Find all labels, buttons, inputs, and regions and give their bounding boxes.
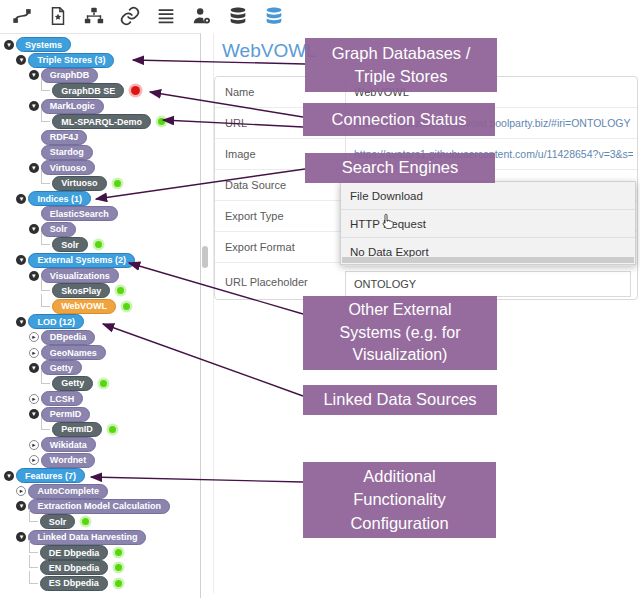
green-connection-status-icon bbox=[117, 287, 124, 294]
tree-item-extraction-model-calculation[interactable]: Extraction Model Calculation bbox=[28, 499, 170, 514]
green-connection-status-icon bbox=[114, 180, 121, 187]
tree-elbow-connector bbox=[29, 571, 38, 584]
collapse-icon[interactable]: ▾ bbox=[16, 501, 26, 511]
tree-item-elasticsearch[interactable]: ElasticSearch bbox=[41, 206, 118, 221]
database-active-icon[interactable] bbox=[262, 4, 285, 27]
tree-elbow-connector bbox=[41, 278, 50, 291]
expand-icon[interactable]: ▸ bbox=[29, 394, 39, 404]
tree-item-features-7[interactable]: Features (7) bbox=[16, 468, 85, 483]
tree-elbow-connector bbox=[41, 232, 50, 245]
tree-item-dbpedia[interactable]: DBpedia bbox=[41, 330, 96, 345]
tree-item-autocomplete[interactable]: AutoComplete bbox=[28, 484, 108, 499]
annotation-search-engines: Search Engines bbox=[305, 153, 495, 183]
tree-item-triple-stores-3[interactable]: Triple Stores (3) bbox=[28, 53, 114, 68]
tree-elbow-connector bbox=[41, 78, 50, 91]
tree-item-getty[interactable]: Getty bbox=[52, 376, 93, 391]
tree-item-geonames[interactable]: GeoNames bbox=[41, 345, 106, 360]
tree-item-visualizations[interactable]: Visualizations bbox=[41, 268, 119, 283]
tree-item-graphdb-se[interactable]: GraphDB SE bbox=[52, 83, 124, 98]
tree-item-de-dbpedia[interactable]: DE Dbpedia bbox=[40, 545, 109, 560]
tree-item-lcsh[interactable]: LCSH bbox=[41, 391, 84, 406]
red-connection-status-icon bbox=[131, 86, 140, 95]
field-input-url-placeholder[interactable] bbox=[345, 271, 631, 297]
tree-item-lod-12[interactable]: LOD (12) bbox=[28, 314, 84, 329]
tree-row-wikidata: ▸Wikidata bbox=[0, 437, 200, 452]
collapse-icon[interactable]: ▾ bbox=[16, 317, 26, 327]
collapse-icon[interactable]: ▾ bbox=[4, 471, 14, 481]
tree-row-geonames: ▸GeoNames bbox=[0, 345, 200, 360]
annotation-additional: Additional Functionality Configuration bbox=[303, 462, 496, 538]
collapse-icon[interactable]: ▾ bbox=[16, 532, 26, 542]
field-label-data-source: Data Source bbox=[225, 170, 286, 200]
list-icon[interactable] bbox=[154, 4, 177, 27]
collapse-icon[interactable]: ▾ bbox=[4, 40, 14, 50]
tree-item-marklogic[interactable]: MarkLogic bbox=[41, 99, 104, 114]
tree-row-solr: Solr bbox=[0, 514, 200, 529]
collapse-icon[interactable]: ▾ bbox=[29, 271, 39, 281]
expand-icon[interactable]: ▸ bbox=[16, 486, 26, 496]
tree-elbow-connector bbox=[29, 540, 38, 553]
tree-item-linked-data-harvesting[interactable]: Linked Data Harvesting bbox=[28, 530, 146, 545]
tree-item-rdf4j[interactable]: RDF4J bbox=[41, 130, 88, 145]
link-icon[interactable] bbox=[118, 4, 141, 27]
tree-item-es-dbpedia[interactable]: ES Dbpedia bbox=[40, 576, 108, 591]
tree-item-ml-sparql-demo[interactable]: ML-SPARQL-Demo bbox=[52, 114, 151, 129]
tree-item-solr[interactable]: Solr bbox=[52, 237, 88, 252]
annotation-graph-databases: Graph Databases / Triple Stores bbox=[305, 38, 497, 92]
tree-row-getty: ▾Getty bbox=[0, 360, 200, 375]
tree-row-lod-12: ▾LOD (12) bbox=[0, 314, 200, 329]
tree-row-webvowl: WebVOWL bbox=[0, 299, 200, 314]
green-connection-status-icon bbox=[109, 426, 116, 433]
collapse-icon[interactable]: ▾ bbox=[16, 255, 26, 265]
tree-row-graphdb: ▾GraphDB bbox=[0, 68, 200, 83]
tree-row-skosplay: SkosPlay bbox=[0, 283, 200, 298]
tree-row-lcsh: ▸LCSH bbox=[0, 391, 200, 406]
collapse-icon[interactable]: ▾ bbox=[29, 363, 39, 373]
tree-row-indices-1: ▾Indices (1) bbox=[0, 191, 200, 206]
green-connection-status-icon bbox=[123, 303, 130, 310]
dropdown-scrollbar[interactable] bbox=[342, 257, 634, 263]
tree-item-skosplay[interactable]: SkosPlay bbox=[52, 283, 110, 298]
tree-elbow-connector bbox=[41, 171, 50, 184]
tree-item-stardog[interactable]: Stardog bbox=[41, 145, 93, 160]
tree-item-systems[interactable]: Systems bbox=[16, 37, 71, 52]
dropdown-option-file-download[interactable]: File Download bbox=[341, 182, 635, 210]
expand-icon[interactable]: ▸ bbox=[29, 348, 39, 358]
tree-row-visualizations: ▾Visualizations bbox=[0, 268, 200, 283]
sitemap-icon[interactable] bbox=[82, 4, 105, 27]
annotation-other-external: Other External Systems (e.g. for Visuali… bbox=[303, 296, 497, 370]
tree-item-wikidata[interactable]: Wikidata bbox=[41, 437, 96, 452]
expand-icon[interactable]: ▸ bbox=[29, 455, 39, 465]
collapse-icon[interactable]: ▾ bbox=[29, 224, 39, 234]
collapse-icon[interactable]: ▾ bbox=[29, 101, 39, 111]
tree-item-virtuoso[interactable]: Virtuoso bbox=[52, 176, 106, 191]
tree-item-wordnet[interactable]: Wordnet bbox=[41, 453, 95, 468]
user-gear-icon[interactable] bbox=[190, 4, 213, 27]
collapse-icon[interactable]: ▾ bbox=[29, 70, 39, 80]
tree-item-external-systems-2[interactable]: External Systems (2) bbox=[28, 253, 135, 268]
tree-row-getty: Getty bbox=[0, 376, 200, 391]
document-star-icon[interactable] bbox=[46, 4, 69, 27]
tree-row-solr: Solr bbox=[0, 237, 200, 252]
route-icon[interactable] bbox=[10, 4, 33, 27]
collapse-icon[interactable]: ▾ bbox=[16, 55, 26, 65]
collapse-icon[interactable]: ▾ bbox=[29, 163, 39, 173]
toolbar bbox=[0, 0, 640, 32]
field-label-export-format: Export Format bbox=[225, 232, 295, 262]
hand-cursor-icon bbox=[380, 213, 396, 229]
expand-icon[interactable]: ▸ bbox=[29, 332, 39, 342]
expand-icon[interactable]: ▸ bbox=[29, 440, 39, 450]
tree-row-elasticsearch: ElasticSearch bbox=[0, 206, 200, 221]
tree-item-solr[interactable]: Solr bbox=[40, 514, 76, 529]
tree-item-webvowl[interactable]: WebVOWL bbox=[52, 299, 116, 314]
collapse-icon[interactable]: ▾ bbox=[29, 409, 39, 419]
annotation-connection-status: Connection Status bbox=[303, 103, 495, 136]
collapse-icon[interactable]: ▾ bbox=[16, 194, 26, 204]
tree-item-en-dbpedia[interactable]: EN Dbpedia bbox=[40, 560, 109, 575]
database-icon[interactable] bbox=[226, 4, 249, 27]
tree-row-virtuoso: Virtuoso bbox=[0, 176, 200, 191]
tree-row-systems: ▾Systems bbox=[0, 37, 200, 52]
tree-item-indices-1[interactable]: Indices (1) bbox=[28, 191, 91, 206]
vertical-scrollbar-thumb[interactable] bbox=[202, 246, 208, 268]
tree-item-permid[interactable]: PermID bbox=[52, 422, 102, 437]
